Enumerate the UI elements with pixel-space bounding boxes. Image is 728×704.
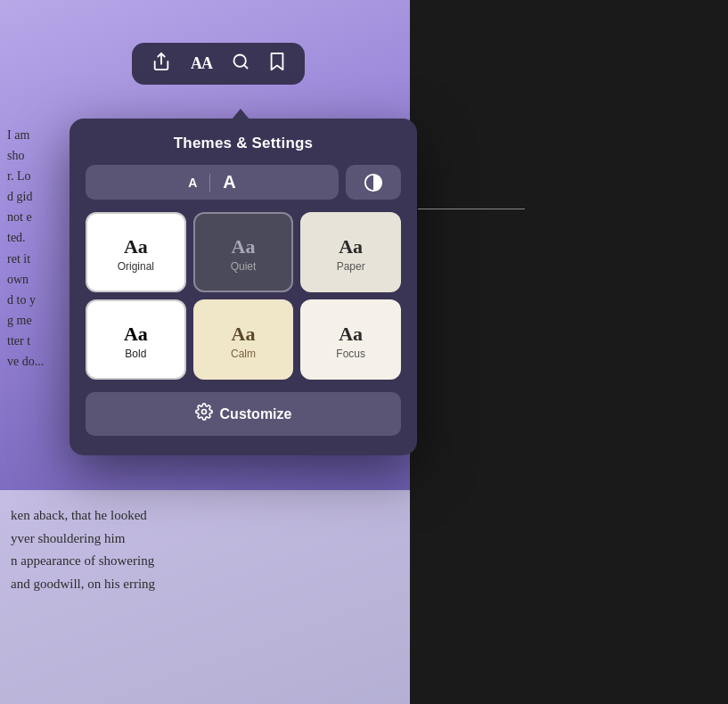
font-size-decrease[interactable]: A bbox=[188, 176, 197, 190]
theme-quiet-label: Quiet bbox=[231, 260, 257, 273]
connector-line bbox=[418, 209, 525, 209]
search-icon[interactable] bbox=[232, 53, 249, 75]
theme-original-label: Original bbox=[118, 260, 154, 273]
theme-focus-label: Focus bbox=[336, 348, 365, 360]
gear-icon bbox=[195, 403, 213, 425]
popup-title: Themes & Settings bbox=[86, 135, 401, 152]
font-size-icon[interactable]: AA bbox=[191, 54, 212, 73]
book-text-bottom: ken aback, that he looked yver shoulderi… bbox=[0, 490, 410, 704]
theme-quiet-aa: Aa bbox=[232, 237, 256, 257]
theme-calm-label: Calm bbox=[231, 348, 256, 360]
theme-focus[interactable]: Aa Focus bbox=[300, 299, 401, 380]
background-right bbox=[410, 0, 728, 704]
popup-caret bbox=[232, 109, 249, 119]
theme-focus-aa: Aa bbox=[339, 324, 363, 344]
themes-grid: Aa Original Aa Quiet Aa Paper Aa Bold Aa… bbox=[86, 212, 401, 380]
customize-button[interactable]: Customize bbox=[86, 392, 401, 436]
theme-bold[interactable]: Aa Bold bbox=[86, 299, 186, 380]
font-size-divider bbox=[209, 174, 210, 192]
contrast-control[interactable] bbox=[346, 165, 401, 200]
themes-settings-popup: Themes & Settings A A Aa Original Aa Qui… bbox=[70, 119, 417, 455]
bookmark-icon[interactable] bbox=[269, 52, 285, 76]
theme-original[interactable]: Aa Original bbox=[86, 212, 186, 292]
theme-original-aa: Aa bbox=[124, 237, 148, 257]
theme-calm-aa: Aa bbox=[232, 324, 256, 344]
customize-label: Customize bbox=[220, 406, 292, 422]
font-size-increase[interactable]: A bbox=[223, 172, 235, 192]
theme-calm[interactable]: Aa Calm bbox=[193, 299, 294, 380]
font-size-control[interactable]: A A bbox=[86, 165, 339, 200]
theme-paper-aa: Aa bbox=[339, 237, 363, 257]
toolbar: AA bbox=[132, 43, 305, 85]
theme-paper[interactable]: Aa Paper bbox=[300, 212, 401, 292]
theme-paper-label: Paper bbox=[337, 260, 365, 273]
theme-bold-aa: Aa bbox=[124, 324, 148, 344]
svg-line-2 bbox=[244, 65, 248, 69]
share-icon[interactable] bbox=[151, 52, 171, 76]
controls-row: A A bbox=[86, 165, 401, 200]
theme-bold-label: Bold bbox=[125, 348, 146, 360]
svg-point-4 bbox=[201, 410, 206, 414]
contrast-icon bbox=[364, 173, 383, 192]
theme-quiet[interactable]: Aa Quiet bbox=[193, 212, 294, 292]
